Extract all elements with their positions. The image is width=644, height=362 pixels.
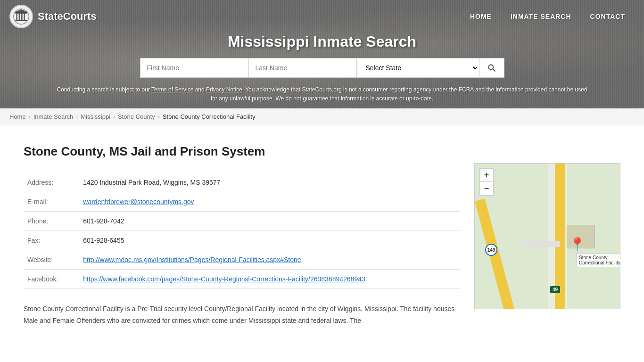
facebook-value: https://www.facebook.com/pages/Stone-Cou… <box>79 270 460 289</box>
map-zoom-in[interactable]: + <box>480 169 493 182</box>
nav-contact[interactable]: CONTACT <box>581 9 635 24</box>
website-value: http://www.mdoc.ms.gov/Institutions/Page… <box>79 250 460 270</box>
logo-svg <box>13 8 30 25</box>
privacy-link[interactable]: Privacy Notice <box>206 86 242 93</box>
nav-links: HOME INMATE SEARCH CONTACT <box>461 9 635 24</box>
road-h-1 <box>522 241 560 247</box>
breadcrumb-inmate-search[interactable]: Inmate Search <box>33 113 74 120</box>
search-icon <box>487 63 496 73</box>
road-shield-49: 49 <box>550 286 560 293</box>
search-button[interactable] <box>479 58 504 78</box>
logo-icon <box>9 5 33 28</box>
map-container[interactable]: 149 49 📍 Stone CountyCorrectional Facili… <box>474 163 620 309</box>
breadcrumb: Home › Inmate Search › Mississippi › Sto… <box>0 108 644 125</box>
svg-rect-4 <box>24 13 25 20</box>
website-label: Website: <box>24 250 79 270</box>
header-inner: StateCourts HOME INMATE SEARCH CONTACT M… <box>0 0 644 108</box>
search-state-select[interactable]: Select State Mississippi Alabama Arkansa… <box>357 58 479 78</box>
main-content: Stone County, MS Jail and Prison System … <box>0 125 644 336</box>
site-header: StateCourts HOME INMATE SEARCH CONTACT M… <box>0 0 644 108</box>
map-pin: 📍 <box>569 237 586 252</box>
breadcrumb-sep-4: › <box>158 114 160 120</box>
breadcrumb-stone-county[interactable]: Stone County <box>118 113 155 120</box>
facility-description: Stone County Correctional Facility is a … <box>24 303 460 327</box>
map-zoom-out[interactable]: − <box>480 182 493 195</box>
svg-rect-5 <box>15 12 27 14</box>
address-value: 1420 Industrial Park Road, Wiggins, MS 3… <box>79 173 460 192</box>
info-table: Address: 1420 Industrial Park Road, Wigg… <box>24 173 460 289</box>
email-value: wardenfdbrewer@stonecountyms.gov <box>79 192 460 212</box>
facility-title: Stone County, MS Jail and Prison System <box>24 144 460 159</box>
svg-rect-6 <box>15 20 27 21</box>
breadcrumb-mississippi[interactable]: Mississippi <box>81 113 110 120</box>
map-controls: + − <box>479 168 494 196</box>
logo-area: StateCourts <box>9 5 97 28</box>
nav-home[interactable]: HOME <box>461 9 501 24</box>
address-row: Address: 1420 Industrial Park Road, Wigg… <box>24 173 460 192</box>
map-panel: 149 49 📍 Stone CountyCorrectional Facili… <box>474 163 620 327</box>
search-bar: Select State Mississippi Alabama Arkansa… <box>0 58 644 78</box>
breadcrumb-sep-2: › <box>76 114 78 120</box>
fax-value: 601-928-6455 <box>79 231 460 250</box>
map-label: Stone CountyCorrectional Facility <box>576 253 620 267</box>
disclaimer: Conducting a search is subject to our Te… <box>0 85 644 108</box>
website-link[interactable]: http://www.mdoc.ms.gov/Institutions/Page… <box>83 256 301 263</box>
svg-line-9 <box>493 69 495 71</box>
email-link[interactable]: wardenfdbrewer@stonecountyms.gov <box>83 198 194 206</box>
fax-label: Fax: <box>24 231 79 250</box>
page-title: Mississippi Inmate Search <box>0 33 644 50</box>
facebook-link[interactable]: https://www.facebook.com/pages/Stone-Cou… <box>83 275 365 283</box>
address-label: Address: <box>24 173 79 192</box>
phone-value: 601-928-7042 <box>79 212 460 231</box>
email-row: E-mail: wardenfdbrewer@stonecountyms.gov <box>24 192 460 212</box>
breadcrumb-sep-3: › <box>113 114 115 120</box>
svg-rect-2 <box>19 13 20 20</box>
facebook-row: Facebook: https://www.facebook.com/pages… <box>24 270 460 289</box>
svg-rect-3 <box>21 13 23 20</box>
terms-link[interactable]: Terms of Service <box>151 86 193 93</box>
search-first-name[interactable] <box>140 58 248 78</box>
breadcrumb-home[interactable]: Home <box>9 113 26 120</box>
website-row: Website: http://www.mdoc.ms.gov/Institut… <box>24 250 460 270</box>
fax-row: Fax: 601-928-6455 <box>24 231 460 250</box>
phone-row: Phone: 601-928-7042 <box>24 212 460 231</box>
road-badge-149: 149 <box>485 244 497 256</box>
top-nav: StateCourts HOME INMATE SEARCH CONTACT <box>0 0 644 33</box>
nav-inmate-search[interactable]: INMATE SEARCH <box>501 9 581 24</box>
content-left: Stone County, MS Jail and Prison System … <box>24 135 460 327</box>
svg-rect-1 <box>16 13 17 20</box>
search-last-name[interactable] <box>248 58 357 78</box>
svg-point-8 <box>488 65 493 69</box>
email-label: E-mail: <box>24 192 79 212</box>
facebook-label: Facebook: <box>24 270 79 289</box>
phone-label: Phone: <box>24 212 79 231</box>
logo-text: StateCourts <box>38 10 97 23</box>
breadcrumb-current: Stone County Correctional Facility <box>163 113 256 120</box>
breadcrumb-sep-1: › <box>29 114 31 120</box>
